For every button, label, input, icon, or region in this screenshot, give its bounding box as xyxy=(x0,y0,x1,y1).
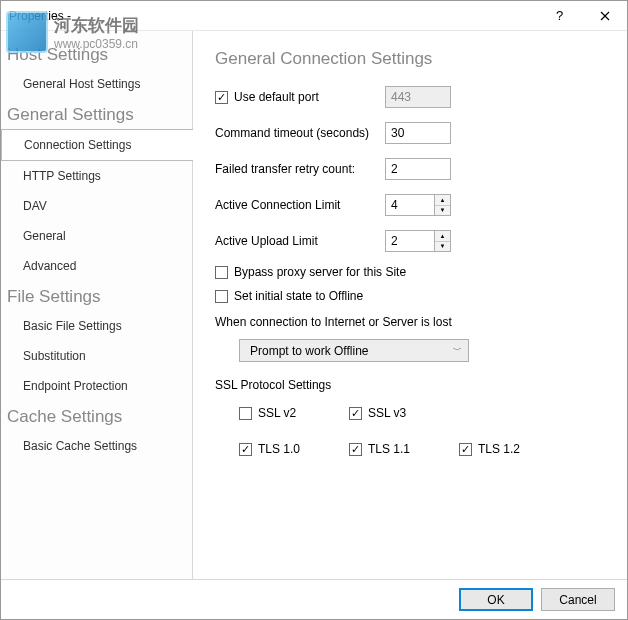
bypass-proxy-label: Bypass proxy server for this Site xyxy=(234,265,406,279)
active-conn-limit-input[interactable] xyxy=(385,194,435,216)
close-button[interactable] xyxy=(582,1,627,31)
sidebar-item-basic-cache-settings[interactable]: Basic Cache Settings xyxy=(1,431,192,461)
initial-offline-label: Set initial state to Offline xyxy=(234,289,363,303)
tls10-label: TLS 1.0 xyxy=(258,442,300,456)
ok-button[interactable]: OK xyxy=(459,588,533,611)
sidebar-item-connection-settings[interactable]: Connection Settings xyxy=(1,129,193,161)
titlebar: Properties - ? xyxy=(1,1,627,31)
chevron-down-icon: ﹀ xyxy=(453,344,462,357)
sslv2-label: SSL v2 xyxy=(258,406,296,420)
sidebar-header-cache: Cache Settings xyxy=(1,401,192,431)
spin-up-icon[interactable]: ▲ xyxy=(435,231,450,242)
spin-up-icon[interactable]: ▲ xyxy=(435,195,450,206)
sidebar-item-advanced[interactable]: Advanced xyxy=(1,251,192,281)
active-upload-limit-input[interactable] xyxy=(385,230,435,252)
use-default-port-label: Use default port xyxy=(234,90,319,104)
port-input xyxy=(385,86,451,108)
sslv2-checkbox[interactable] xyxy=(239,407,252,420)
dialog-footer: OK Cancel xyxy=(1,579,627,619)
conn-lost-label: When connection to Internet or Server is… xyxy=(215,315,611,329)
active-upload-limit-spinner[interactable]: ▲ ▼ xyxy=(435,230,451,252)
bypass-proxy-checkbox[interactable] xyxy=(215,266,228,279)
sidebar-header-file: File Settings xyxy=(1,281,192,311)
conn-lost-value: Prompt to work Offline xyxy=(250,344,369,358)
use-default-port-checkbox[interactable] xyxy=(215,91,228,104)
spin-down-icon[interactable]: ▼ xyxy=(435,206,450,216)
conn-lost-dropdown[interactable]: Prompt to work Offline ﹀ xyxy=(239,339,469,362)
content-panel: General Connection Settings Use default … xyxy=(193,31,627,579)
spin-down-icon[interactable]: ▼ xyxy=(435,242,450,252)
sidebar-item-dav[interactable]: DAV xyxy=(1,191,192,221)
initial-offline-checkbox[interactable] xyxy=(215,290,228,303)
content-title: General Connection Settings xyxy=(215,49,611,69)
retry-count-input[interactable] xyxy=(385,158,451,180)
close-icon xyxy=(600,11,610,21)
sidebar-item-http-settings[interactable]: HTTP Settings xyxy=(1,161,192,191)
sidebar-item-general[interactable]: General xyxy=(1,221,192,251)
active-conn-limit-spinner[interactable]: ▲ ▼ xyxy=(435,194,451,216)
sidebar-header-general: General Settings xyxy=(1,99,192,129)
sidebar-item-basic-file-settings[interactable]: Basic File Settings xyxy=(1,311,192,341)
window-title: Properties - xyxy=(9,9,537,23)
ssl-header: SSL Protocol Settings xyxy=(215,378,611,392)
tls11-label: TLS 1.1 xyxy=(368,442,410,456)
sidebar-item-substitution[interactable]: Substitution xyxy=(1,341,192,371)
tls12-checkbox[interactable] xyxy=(459,443,472,456)
command-timeout-input[interactable] xyxy=(385,122,451,144)
sidebar-item-endpoint-protection[interactable]: Endpoint Protection xyxy=(1,371,192,401)
sidebar-item-general-host-settings[interactable]: General Host Settings xyxy=(1,69,192,99)
sslv3-label: SSL v3 xyxy=(368,406,406,420)
sidebar: Host Settings General Host Settings Gene… xyxy=(1,31,193,579)
retry-count-label: Failed transfer retry count: xyxy=(215,162,355,176)
tls10-checkbox[interactable] xyxy=(239,443,252,456)
sslv3-checkbox[interactable] xyxy=(349,407,362,420)
command-timeout-label: Command timeout (seconds) xyxy=(215,126,369,140)
tls11-checkbox[interactable] xyxy=(349,443,362,456)
cancel-button[interactable]: Cancel xyxy=(541,588,615,611)
help-button[interactable]: ? xyxy=(537,1,582,31)
active-conn-limit-label: Active Connection Limit xyxy=(215,198,340,212)
sidebar-header-host: Host Settings xyxy=(1,39,192,69)
tls12-label: TLS 1.2 xyxy=(478,442,520,456)
active-upload-limit-label: Active Upload Limit xyxy=(215,234,318,248)
